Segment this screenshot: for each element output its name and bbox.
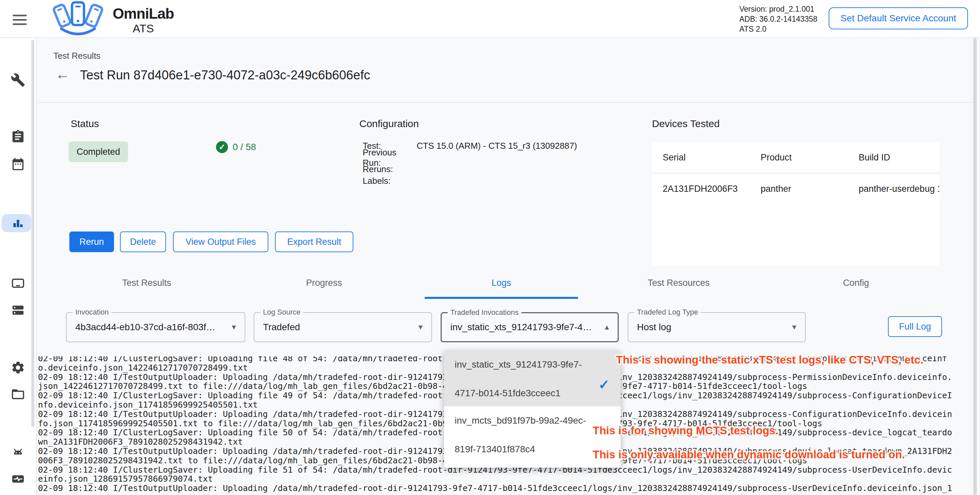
storage-icon — [11, 313, 25, 319]
config-row-previous-run: Previous Run: — [363, 152, 577, 163]
sidebar-item-hosts[interactable] — [11, 303, 25, 318]
breadcrumb: Test Results — [53, 51, 101, 61]
selected-check-icon: ✓ — [597, 370, 611, 399]
invocation-select[interactable]: Invocation 4b3acd44-eb10-37cd-a16f-803f…… — [66, 312, 245, 342]
config-label: Reruns: — [363, 164, 417, 174]
tab-logs[interactable]: Logs — [413, 267, 590, 299]
column-header-product: Product — [760, 142, 858, 173]
dropdown-option-static-xts[interactable]: inv_static_xts_91241793-9fe7- 4717-b014-… — [444, 350, 620, 406]
wrench-icon — [11, 83, 25, 88]
device-product: panther — [760, 174, 858, 204]
clipboard-icon — [11, 139, 25, 145]
app-header: OmniLab ATS Version: prod_2.1.001 ADB: 3… — [0, 0, 980, 38]
log-source-select[interactable]: Log Source Tradefed ▼ — [254, 312, 432, 342]
omnilab-logo-icon — [49, 1, 107, 37]
sidebar-item-test-plans[interactable] — [11, 129, 25, 144]
tab-test-results[interactable]: Test Results — [58, 267, 235, 299]
version-line: Version: prod_2.1.001 — [739, 4, 817, 14]
tab-config[interactable]: Config — [767, 267, 945, 299]
chevron-down-icon: ▼ — [417, 323, 424, 331]
failed-total-count: 0 / 58 — [233, 142, 256, 152]
chevron-up-icon: ▲ — [603, 323, 610, 331]
column-header-build-id: Build ID — [859, 142, 939, 173]
monitor-wave-icon — [11, 482, 25, 487]
full-log-button[interactable]: Full Log — [888, 316, 942, 337]
bar-chart-icon — [11, 226, 25, 232]
test-counter: ✓ 0 / 58 — [216, 141, 256, 153]
sidebar-item-file-browser[interactable] — [11, 387, 25, 402]
brand-title: OmniLab — [113, 5, 174, 22]
export-result-button[interactable]: Export Result — [275, 232, 353, 252]
config-row-labels: Labels: — [363, 175, 577, 187]
chevron-down-icon: ▼ — [791, 323, 798, 331]
option-line: inv_static_xts_91241793-9fe7- — [455, 350, 620, 379]
delete-button[interactable]: Delete — [120, 232, 166, 252]
log-source-value: Tradefed — [263, 313, 300, 342]
view-output-files-button[interactable]: View Output Files — [173, 232, 268, 252]
ats-version-line: ATS 2.0 — [739, 24, 817, 34]
sidebar-scrollbar[interactable] — [31, 40, 34, 427]
device-serial: 2A131FDH2006F3 — [663, 174, 759, 204]
device-build-id: panther-userdebug 15 r — [859, 174, 939, 204]
column-header-serial: Serial — [663, 142, 759, 173]
option-line: 4717-b014-51fde3cceec1 — [455, 379, 620, 407]
tab-logs-label: Logs — [492, 278, 511, 288]
chevron-down-icon: ▼ — [230, 323, 237, 331]
tradefed-log-type-select[interactable]: Tradefed Log Type Host log ▼ — [628, 312, 806, 342]
log-line: 02-09 18:12:40 I/TestOutputUploader: Upl… — [38, 484, 972, 493]
tradefed-log-type-value: Host log — [637, 313, 671, 342]
sidebar — [0, 38, 37, 495]
page-title: Test Run 87d406e1-e730-4072-a03c-249c6b6… — [80, 68, 370, 82]
sidebar-item-monitoring[interactable] — [11, 472, 25, 486]
omnilab-ats-app: OmniLab ATS Version: prod_2.1.001 ADB: 3… — [0, 0, 980, 495]
folder-icon — [11, 397, 25, 402]
table-row[interactable]: 2A131FDH2006F3 panther panther-userdebug… — [652, 174, 939, 204]
log-line: einfo.json_12869157957866979074.txt — [38, 474, 972, 484]
configuration-rows: Test: CTS 15.0 (ARM) - CTS 15_r3 (130928… — [363, 140, 577, 187]
back-arrow-icon[interactable]: ← — [55, 67, 70, 81]
invocation-value: 4b3acd44-eb10-37cd-a16f-803f… — [75, 313, 215, 342]
page-scrollbar-thumb[interactable] — [973, 38, 977, 495]
devices-table-header: Serial Product Build ID — [652, 142, 939, 173]
calendar-icon — [11, 167, 25, 172]
check-circle-icon: ✓ — [216, 141, 228, 153]
page-scrollbar[interactable] — [973, 38, 977, 495]
configuration-heading: Configuration — [360, 118, 418, 129]
active-tab-underline — [425, 297, 578, 299]
devices-table: Serial Product Build ID 2A131FDH2006F3 p… — [652, 142, 939, 265]
sidebar-item-android[interactable] — [11, 445, 25, 460]
tradefed-invocations-select[interactable]: Tradefed Invocations inv_static_xts_9124… — [441, 312, 619, 342]
sidebar-item-settings[interactable] — [11, 360, 25, 375]
devices-tested-heading: Devices Tested — [652, 118, 720, 129]
brand-subtitle: ATS — [133, 22, 154, 35]
sidebar-item-devices[interactable] — [11, 276, 25, 291]
adb-version-line: ADB: 36.0.2-14143358 — [739, 14, 817, 24]
rerun-button[interactable]: Rerun — [69, 232, 114, 252]
gear-icon — [11, 370, 25, 376]
annotation-dynamic-download: This is only available when dynamic down… — [593, 448, 905, 461]
set-default-service-account-button[interactable]: Set Default Service Account — [829, 7, 968, 29]
config-row-reruns: Reruns: — [363, 163, 577, 175]
tab-bar: Test Results Progress Logs Test Resource… — [58, 267, 945, 299]
sidebar-item-schedule[interactable] — [11, 157, 25, 171]
tablet-icon — [11, 286, 25, 292]
tradefed-invocations-value: inv_static_xts_91241793-9fe7-4… — [450, 313, 592, 341]
tab-test-resources[interactable]: Test Resources — [590, 267, 767, 299]
android-icon — [11, 455, 25, 461]
sidebar-item-test-results[interactable] — [11, 216, 25, 231]
header-divider — [37, 102, 973, 103]
annotation-static-xts: This is showing the static xTS test logs… — [616, 354, 923, 366]
annotation-mcts: This is for showing MCTS test logs. — [593, 424, 778, 437]
menu-icon[interactable] — [13, 15, 27, 25]
status-heading: Status — [71, 118, 99, 129]
tab-progress[interactable]: Progress — [235, 267, 413, 299]
config-label: Labels: — [363, 176, 417, 186]
status-badge: Completed — [68, 141, 128, 162]
sidebar-item-tools[interactable] — [11, 73, 25, 88]
version-info: Version: prod_2.1.001 ADB: 36.0.2-141433… — [739, 4, 817, 34]
config-value: CTS 15.0 (ARM) - CTS 15_r3 (13092887) — [417, 141, 577, 151]
